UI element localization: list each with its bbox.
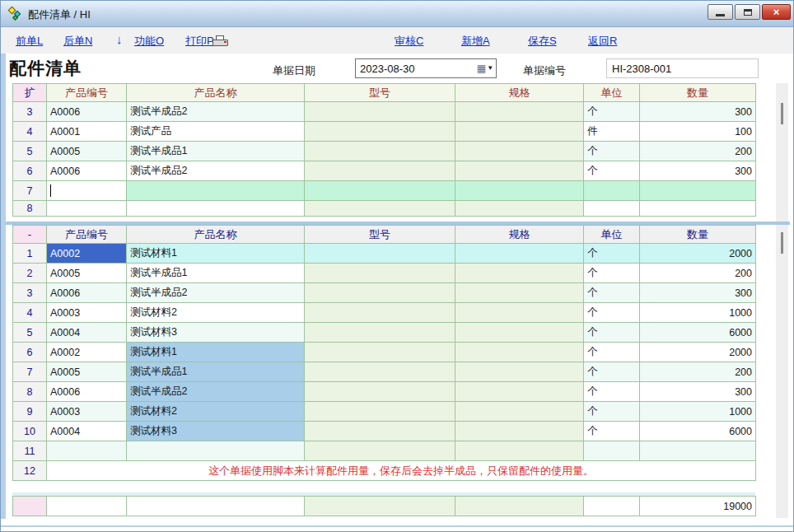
product-code-cell[interactable]: A0001 [47, 122, 127, 142]
row-number-cell[interactable]: 1 [13, 244, 47, 264]
product-name-cell[interactable]: 测试产品 [127, 122, 305, 142]
down-arrow-icon[interactable]: ↓ [116, 32, 123, 46]
qty-cell[interactable]: 1000 [640, 402, 756, 422]
date-input[interactable]: 2023-08-30 ▦ ▼ [355, 58, 497, 78]
qty-cell[interactable]: 1000 [640, 303, 756, 323]
spec-cell[interactable] [455, 283, 584, 303]
qty-cell[interactable]: 300 [640, 102, 756, 122]
unit-cell[interactable]: 个 [584, 161, 640, 181]
return-link[interactable]: 返回R [588, 34, 617, 49]
qty-cell[interactable]: 2000 [640, 244, 756, 264]
unit-cell[interactable]: 个 [584, 422, 640, 441]
row-number-cell[interactable]: 11 [13, 441, 47, 461]
product-code-cell[interactable]: A0005 [47, 362, 127, 382]
model-cell[interactable] [305, 181, 455, 201]
model-cell[interactable] [305, 402, 455, 422]
product-code-cell[interactable]: A0005 [47, 142, 127, 161]
printer-icon[interactable] [213, 35, 229, 48]
unit-cell[interactable]: 个 [584, 244, 640, 264]
qty-cell[interactable]: 200 [640, 264, 756, 283]
top-table-scrollbar[interactable] [776, 83, 788, 222]
qty-cell[interactable]: 100 [640, 122, 756, 142]
model-cell[interactable] [305, 201, 455, 217]
model-cell[interactable] [305, 343, 455, 362]
product-code-cell[interactable]: A0004 [47, 422, 127, 441]
model-cell[interactable] [305, 323, 455, 343]
product-code-cell[interactable] [47, 181, 127, 201]
model-cell[interactable] [305, 382, 455, 402]
product-name-cell[interactable]: 测试半成品2 [127, 283, 305, 303]
model-cell[interactable] [305, 303, 455, 323]
row-number-cell[interactable]: 6 [13, 161, 47, 181]
product-name-cell[interactable]: 测试半成品1 [127, 362, 305, 382]
row-number-cell[interactable]: 3 [13, 283, 47, 303]
product-name-cell[interactable]: 测试材料3 [127, 422, 305, 441]
model-cell[interactable] [305, 142, 455, 161]
product-name-cell[interactable]: 测试半成品1 [127, 142, 305, 161]
row-number-cell[interactable]: 7 [13, 181, 47, 201]
product-code-cell[interactable]: A0002 [47, 343, 127, 362]
model-cell[interactable] [305, 264, 455, 283]
qty-cell[interactable] [640, 181, 756, 201]
model-cell[interactable] [305, 102, 455, 122]
product-name-cell[interactable] [127, 181, 305, 201]
product-code-cell[interactable]: A0006 [47, 161, 127, 181]
spec-cell[interactable] [455, 244, 584, 264]
row-number-cell[interactable]: 3 [13, 102, 47, 122]
qty-cell[interactable]: 200 [640, 362, 756, 382]
spec-cell[interactable] [455, 362, 584, 382]
unit-cell[interactable]: 个 [584, 382, 640, 402]
product-name-cell[interactable]: 测试半成品2 [127, 382, 305, 402]
unit-cell[interactable]: 个 [584, 343, 640, 362]
product-code-cell[interactable]: A0004 [47, 323, 127, 343]
qty-cell[interactable]: 6000 [640, 323, 756, 343]
unit-cell[interactable]: 件 [584, 122, 640, 142]
unit-cell[interactable]: 个 [584, 264, 640, 283]
product-name-cell[interactable]: 测试材料2 [127, 402, 305, 422]
row-number-cell[interactable]: 9 [13, 402, 47, 422]
spec-cell[interactable] [455, 323, 584, 343]
product-code-cell[interactable]: A0006 [47, 382, 127, 402]
docno-input[interactable]: HI-2308-001 [606, 58, 759, 78]
product-name-cell[interactable]: 测试半成品1 [127, 264, 305, 283]
unit-cell[interactable]: 个 [584, 323, 640, 343]
calendar-dropdown-button[interactable]: ▦ ▼ [474, 59, 496, 77]
audit-link[interactable]: 审核C [395, 34, 423, 49]
row-number-cell[interactable]: 7 [13, 362, 47, 382]
model-cell[interactable] [305, 122, 455, 142]
qty-cell[interactable]: 300 [640, 283, 756, 303]
qty-cell[interactable]: 200 [640, 142, 756, 161]
spec-cell[interactable] [455, 422, 584, 441]
row-number-cell[interactable]: 2 [13, 264, 47, 283]
model-cell[interactable] [305, 283, 455, 303]
spec-cell[interactable] [455, 264, 584, 283]
prev-doc-link[interactable]: 前单L [16, 34, 43, 49]
product-name-cell[interactable]: 测试半成品2 [127, 161, 305, 181]
print-link[interactable]: 打印P [185, 34, 214, 49]
model-cell[interactable] [305, 441, 455, 461]
spec-cell[interactable] [455, 122, 584, 142]
spec-cell[interactable] [455, 181, 584, 201]
row-number-cell[interactable]: 8 [13, 382, 47, 402]
product-name-cell[interactable]: 测试材料2 [127, 303, 305, 323]
spec-cell[interactable] [455, 303, 584, 323]
model-cell[interactable] [305, 362, 455, 382]
unit-cell[interactable] [584, 201, 640, 217]
unit-cell[interactable]: 个 [584, 142, 640, 161]
unit-cell[interactable]: 个 [584, 402, 640, 422]
unit-cell[interactable]: 个 [584, 362, 640, 382]
row-number-cell[interactable]: 6 [13, 343, 47, 362]
function-menu-link[interactable]: 功能O [134, 34, 164, 49]
product-code-cell[interactable]: A0003 [47, 303, 127, 323]
product-name-cell[interactable]: 测试半成品2 [127, 102, 305, 122]
close-button[interactable]: × [762, 4, 791, 20]
spec-cell[interactable] [455, 382, 584, 402]
add-new-link[interactable]: 新增A [461, 34, 490, 49]
product-name-cell[interactable]: 测试材料1 [127, 343, 305, 362]
spec-cell[interactable] [455, 441, 584, 461]
product-code-cell[interactable] [47, 201, 127, 217]
row-number-cell[interactable]: 8 [13, 201, 47, 217]
maximize-button[interactable] [735, 4, 760, 20]
unit-cell[interactable]: 个 [584, 102, 640, 122]
product-name-cell[interactable] [127, 441, 305, 461]
